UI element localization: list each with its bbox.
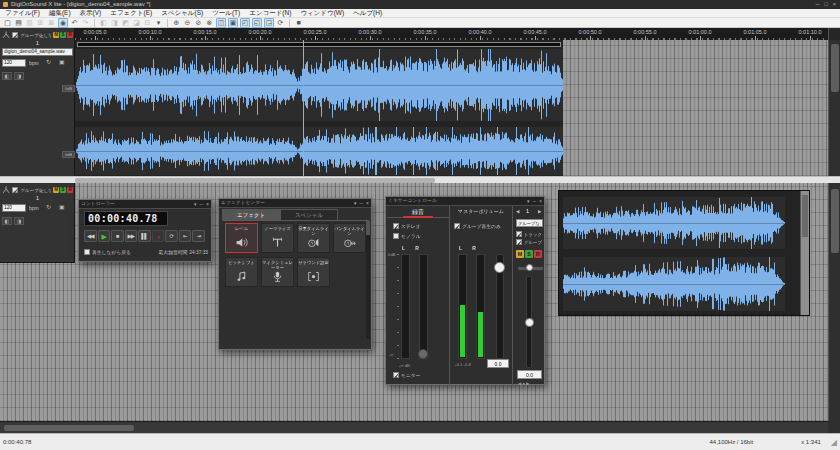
playhead-cursor[interactable] [303, 40, 304, 176]
effect-clockvol-button[interactable]: 音量タイムライン [297, 223, 330, 253]
strip-fader-knob[interactable] [525, 318, 534, 327]
go-end-button[interactable]: ⇥ [192, 230, 205, 242]
close-icon[interactable]: × [833, 0, 836, 9]
view-marker-icon[interactable]: ◱ [252, 18, 262, 28]
mono-checkbox[interactable] [393, 233, 399, 239]
record-arm-button[interactable]: R [534, 250, 542, 258]
stop-button[interactable]: ■ [111, 230, 124, 242]
track-view-checkbox[interactable] [516, 231, 522, 237]
zoom-range-icon[interactable]: ⊗ [205, 18, 214, 27]
redo-icon[interactable]: ↷ [81, 18, 90, 27]
track1-left-waveform[interactable] [75, 49, 563, 121]
channel-mode-icon[interactable]: ◧ [2, 217, 12, 225]
record-button[interactable]: ● [152, 230, 165, 242]
group-play-checkbox[interactable] [454, 223, 460, 229]
channel-mode-icon[interactable]: ◧ [2, 72, 12, 80]
maximize-icon[interactable]: □ [824, 0, 827, 9]
panel-minimize-icon[interactable]: ─ [360, 199, 364, 207]
forward-button[interactable]: ▶▶ [125, 230, 138, 242]
record-mode-icon[interactable]: ◉ [58, 18, 68, 28]
zoom-in-icon[interactable]: ⊕ [172, 18, 181, 27]
effect-speaker-button[interactable]: レベル [225, 223, 258, 253]
solo-button[interactable]: S [525, 250, 533, 258]
record-arm-button[interactable]: R [67, 32, 73, 38]
track2-left-waveform[interactable] [563, 197, 785, 249]
save-icon[interactable]: ▥ [25, 18, 34, 27]
effect-tbar-button[interactable]: ノーマライズ [261, 223, 294, 253]
track1-vertical-scrollbar[interactable] [828, 40, 840, 176]
mixer-titlebar[interactable]: ミキサーコントロール ▾─× [386, 197, 544, 206]
record-level-knob[interactable] [418, 349, 428, 359]
undo-icon[interactable]: ↶ [70, 18, 79, 27]
strip-nav-arrows[interactable]: ◀ ● ▶ [518, 381, 530, 386]
master-gain-field[interactable]: 0.0 [487, 359, 509, 368]
delete-icon[interactable]: ◪ [132, 18, 141, 27]
open-file-icon[interactable]: ▤ [14, 18, 23, 27]
strip-gain-field[interactable]: 0.0 [517, 370, 542, 379]
group-checkbox[interactable] [12, 187, 18, 193]
effect-brackets-button[interactable]: サラウンド設定 [297, 257, 330, 287]
solo-button[interactable]: S [60, 187, 66, 193]
trim-icon[interactable]: ⊟ [143, 18, 152, 27]
menu-item[interactable]: エンコード(N) [249, 9, 291, 18]
track2-scroll-strip[interactable] [800, 191, 809, 315]
go-start-button[interactable]: ⇤ [179, 230, 192, 242]
bpm-detect-icon[interactable]: ▣ [59, 203, 65, 210]
zoom-out-icon[interactable]: ⊖ [183, 18, 192, 27]
panel-minimize-icon[interactable]: ─ [200, 200, 204, 208]
zoom-fit-icon[interactable]: ⊘ [194, 18, 203, 27]
pause-button[interactable]: ▌▌ [138, 230, 151, 242]
scrollbar-thumb[interactable] [366, 221, 370, 235]
follow-playback-checkbox[interactable] [84, 249, 90, 255]
pan-slider-knob[interactable] [526, 264, 533, 271]
cut-icon[interactable]: ◧ [99, 18, 108, 27]
bpm-field[interactable]: 120 [2, 204, 26, 212]
panel-pin-icon[interactable]: ▾ [354, 199, 357, 207]
panel-close-icon[interactable]: × [366, 199, 369, 207]
horizontal-scrollbar-top[interactable] [0, 176, 840, 183]
group-view-checkbox[interactable] [516, 239, 522, 245]
track2-right-waveform[interactable] [563, 257, 785, 311]
effect-clockpan-button[interactable]: パンタイムライン [333, 223, 366, 253]
horizontal-scrollbar-bottom[interactable] [0, 421, 828, 433]
menu-item[interactable]: 編集(E) [49, 9, 71, 18]
monitor-checkbox[interactable] [393, 372, 399, 378]
bpm-refresh-icon[interactable]: ↻ [46, 203, 51, 210]
close-file-icon[interactable]: ⊠ [47, 18, 56, 27]
group-checkbox[interactable] [12, 32, 18, 38]
tool-menu-icon[interactable]: ▾ [154, 18, 163, 27]
track2-waveform-block[interactable] [558, 190, 810, 316]
record-arm-button[interactable]: R [67, 187, 73, 193]
effects-titlebar[interactable]: エフェクトセンター ▾─× [219, 199, 371, 208]
menu-item[interactable]: ファイル(F) [5, 9, 40, 18]
menu-item[interactable]: ウィンドウ(W) [300, 9, 344, 18]
channel-link-icon[interactable]: ◨ [14, 217, 24, 225]
view-pan-icon[interactable]: ◰ [240, 18, 250, 28]
effect-note-button[interactable]: ピッチシフト [225, 257, 258, 287]
scrollbar-thumb[interactable] [4, 425, 134, 431]
track1-waveform-area[interactable] [75, 40, 828, 176]
save-all-icon[interactable]: ⊞ [36, 18, 45, 27]
play-button[interactable]: ▶ [98, 230, 111, 242]
resize-grip[interactable]: ◢ [831, 438, 837, 447]
tab-effects[interactable]: エフェクト [222, 209, 280, 220]
tab-special[interactable]: スペシャル [280, 209, 338, 220]
bpm-field[interactable]: 120 [2, 59, 26, 67]
bpm-detect-icon[interactable]: ▣ [59, 58, 65, 65]
track-filename-field[interactable]: digion_demo04_sample.wav [2, 48, 73, 56]
group-preset-dropdown[interactable]: グループなし [516, 219, 543, 227]
loop-button[interactable]: ⟳ [165, 230, 178, 242]
mute-button[interactable]: M [516, 250, 524, 258]
stereo-checkbox[interactable] [393, 223, 399, 229]
transport-titlebar[interactable]: コントローラー ▾─× [79, 200, 211, 209]
view-grid-icon[interactable]: ◲ [264, 18, 274, 28]
solo-button[interactable]: S [60, 32, 66, 38]
effects-scrollbar[interactable] [366, 221, 370, 339]
next-track-icon[interactable]: ▶ [538, 209, 541, 214]
panel-close-icon[interactable]: × [206, 200, 209, 208]
copy-icon[interactable]: ◨ [110, 18, 119, 27]
new-file-icon[interactable]: ▢ [3, 18, 12, 27]
view-wave-icon[interactable]: ◫ [216, 18, 226, 28]
scrollbar-thumb[interactable] [831, 189, 839, 253]
monitor-icon[interactable]: ■ [294, 18, 303, 27]
